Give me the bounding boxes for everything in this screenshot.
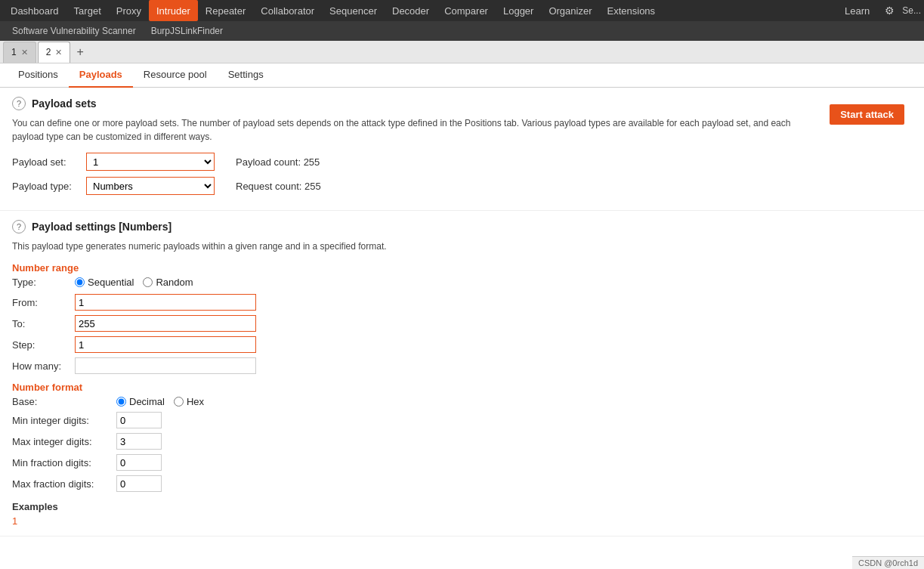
- to-input[interactable]: [75, 315, 256, 332]
- nav-intruder[interactable]: Intruder: [149, 0, 198, 21]
- to-row: To:: [12, 315, 912, 332]
- request-count-info: Request count: 255: [236, 181, 321, 192]
- nav-collaborator[interactable]: Collaborator: [253, 0, 322, 21]
- how-many-label: How many:: [12, 360, 69, 372]
- tab-positions[interactable]: Positions: [8, 63, 69, 88]
- type-row: Type: Sequential Random: [12, 277, 912, 288]
- step-input[interactable]: [75, 336, 256, 353]
- from-input[interactable]: [75, 294, 256, 311]
- nav-decoder[interactable]: Decoder: [385, 0, 437, 21]
- decimal-radio-label[interactable]: Decimal: [116, 396, 165, 407]
- ext-software-vuln[interactable]: Software Vulnerability Scanner: [6, 21, 142, 41]
- payload-sets-description: You can define one or more payload sets.…: [12, 116, 822, 144]
- max-int-digits-input[interactable]: [116, 433, 162, 450]
- start-attack-button[interactable]: Start attack: [830, 104, 904, 125]
- hex-radio-label[interactable]: Hex: [174, 396, 204, 407]
- nav-repeater[interactable]: Repeater: [198, 0, 253, 21]
- hex-radio[interactable]: [174, 397, 184, 407]
- max-frac-digits-label: Max fraction digits:: [12, 478, 110, 490]
- random-label: Random: [156, 277, 193, 288]
- sequential-radio[interactable]: [75, 277, 85, 287]
- settings-label[interactable]: Se...: [902, 5, 921, 16]
- sub-tab-bar: Positions Payloads Resource pool Setting…: [0, 63, 924, 88]
- min-frac-digits-row: Min fraction digits:: [12, 454, 912, 471]
- nav-target[interactable]: Target: [66, 0, 109, 21]
- tab-2[interactable]: 2 ✕: [38, 42, 71, 63]
- max-int-digits-row: Max integer digits:: [12, 433, 912, 450]
- type-label: Type:: [12, 277, 69, 288]
- type-radio-group: Sequential Random: [75, 277, 193, 288]
- nav-right-area: Learn ⚙ Se...: [837, 0, 921, 21]
- tab-bar: 1 ✕ 2 ✕ +: [0, 41, 924, 63]
- status-bar: CSDN @0rch1d: [852, 556, 924, 569]
- nav-learn[interactable]: Learn: [837, 0, 877, 21]
- status-text: CSDN @0rch1d: [858, 558, 918, 567]
- payload-set-row: Payload set: 1 Payload count: 255: [12, 153, 822, 171]
- top-navigation: Dashboard Target Proxy Intruder Repeater…: [0, 0, 924, 21]
- number-format-title: Number format: [12, 382, 912, 393]
- min-frac-digits-input[interactable]: [116, 454, 162, 471]
- hex-label: Hex: [187, 396, 204, 407]
- payload-set-label: Payload set:: [12, 156, 80, 168]
- payload-count-info: Payload count: 255: [236, 156, 320, 168]
- example-value: 1: [12, 515, 912, 527]
- tab-2-close[interactable]: ✕: [55, 48, 62, 57]
- tab-payloads[interactable]: Payloads: [69, 63, 133, 88]
- min-frac-digits-label: Min fraction digits:: [12, 457, 110, 468]
- nav-organizer[interactable]: Organizer: [541, 0, 599, 21]
- nav-dashboard[interactable]: Dashboard: [3, 0, 66, 21]
- settings-icon[interactable]: ⚙: [880, 5, 899, 17]
- step-label: Step:: [12, 339, 69, 351]
- nav-comparer[interactable]: Comparer: [437, 0, 496, 21]
- tab-1[interactable]: 1 ✕: [3, 42, 36, 63]
- base-label: Base:: [12, 396, 110, 407]
- sequential-label: Sequential: [88, 277, 134, 288]
- min-int-digits-label: Min integer digits:: [12, 415, 110, 426]
- nav-sequencer[interactable]: Sequencer: [322, 0, 385, 21]
- max-int-digits-label: Max integer digits:: [12, 436, 110, 447]
- tab-2-label: 2: [46, 47, 51, 57]
- min-int-digits-input[interactable]: [116, 412, 162, 428]
- tab-resource-pool[interactable]: Resource pool: [133, 63, 218, 88]
- payload-settings-description: This payload type generates numeric payl…: [12, 240, 912, 253]
- payload-settings-title: Payload settings [Numbers]: [32, 221, 172, 233]
- number-range-title: Number range: [12, 262, 912, 274]
- base-row: Base: Decimal Hex: [12, 396, 912, 407]
- main-content: ? Payload sets You can define one or mor…: [0, 88, 924, 569]
- random-radio-label[interactable]: Random: [143, 277, 193, 288]
- payload-sets-section: ? Payload sets You can define one or mor…: [0, 88, 924, 211]
- decimal-label: Decimal: [129, 396, 165, 407]
- payload-settings-section: ? Payload settings [Numbers] This payloa…: [0, 211, 924, 537]
- payload-set-select[interactable]: 1: [86, 153, 215, 171]
- from-label: From:: [12, 297, 69, 308]
- tab-1-close[interactable]: ✕: [21, 48, 28, 57]
- payload-type-row: Payload type: Numbers Request count: 255: [12, 177, 822, 195]
- max-frac-digits-input[interactable]: [116, 475, 162, 492]
- to-label: To:: [12, 318, 69, 329]
- sequential-radio-label[interactable]: Sequential: [75, 277, 134, 288]
- payload-sets-title: Payload sets: [32, 97, 97, 110]
- how-many-input[interactable]: [75, 357, 256, 374]
- how-many-row: How many:: [12, 357, 912, 374]
- payload-type-label: Payload type:: [12, 181, 80, 192]
- step-row: Step:: [12, 336, 912, 353]
- decimal-radio[interactable]: [116, 397, 126, 407]
- base-radio-group: Decimal Hex: [116, 396, 204, 407]
- nav-logger[interactable]: Logger: [496, 0, 541, 21]
- max-frac-digits-row: Max fraction digits:: [12, 475, 912, 492]
- nav-extensions[interactable]: Extensions: [600, 0, 663, 21]
- random-radio[interactable]: [143, 277, 153, 287]
- extensions-nav: Software Vulnerability Scanner BurpJSLin…: [0, 21, 924, 41]
- payload-settings-help-icon[interactable]: ?: [12, 220, 26, 233]
- examples-title: Examples: [12, 501, 912, 512]
- from-row: From:: [12, 294, 912, 311]
- min-int-digits-row: Min integer digits:: [12, 412, 912, 428]
- ext-burpjslink[interactable]: BurpJSLinkFinder: [145, 21, 229, 41]
- tab-1-label: 1: [11, 47, 17, 57]
- payload-sets-help-icon[interactable]: ?: [12, 97, 26, 110]
- add-tab-button[interactable]: +: [72, 45, 88, 59]
- payload-type-select[interactable]: Numbers: [86, 177, 215, 195]
- nav-proxy[interactable]: Proxy: [109, 0, 149, 21]
- tab-settings[interactable]: Settings: [218, 63, 274, 88]
